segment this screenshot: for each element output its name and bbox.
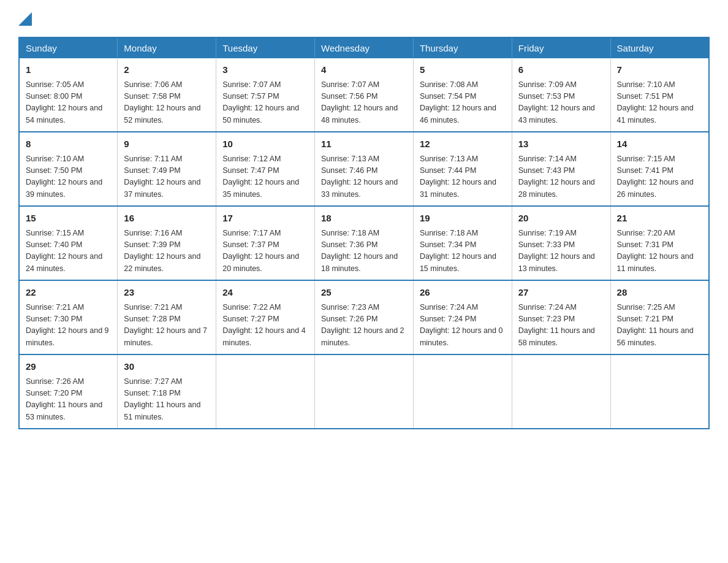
day-number: 19 bbox=[420, 212, 506, 226]
calendar-day-cell: 18Sunrise: 7:18 AMSunset: 7:36 PMDayligh… bbox=[315, 206, 414, 280]
day-number: 7 bbox=[617, 63, 702, 77]
day-number: 21 bbox=[617, 212, 702, 226]
calendar-day-cell: 29Sunrise: 7:26 AMSunset: 7:20 PMDayligh… bbox=[19, 354, 118, 429]
calendar-day-cell: 11Sunrise: 7:13 AMSunset: 7:46 PMDayligh… bbox=[315, 132, 414, 206]
day-info: Sunrise: 7:06 AMSunset: 7:58 PMDaylight:… bbox=[124, 79, 210, 127]
calendar-day-cell: 10Sunrise: 7:12 AMSunset: 7:47 PMDayligh… bbox=[216, 132, 315, 206]
calendar-header-row: SundayMondayTuesdayWednesdayThursdayFrid… bbox=[19, 37, 709, 58]
day-info: Sunrise: 7:07 AMSunset: 7:56 PMDaylight:… bbox=[321, 79, 407, 127]
day-info: Sunrise: 7:26 AMSunset: 7:20 PMDaylight:… bbox=[26, 376, 111, 424]
day-number: 11 bbox=[321, 137, 407, 151]
day-of-week-header: Tuesday bbox=[216, 37, 315, 58]
calendar-week-row: 29Sunrise: 7:26 AMSunset: 7:20 PMDayligh… bbox=[19, 354, 709, 429]
calendar-day-cell: 20Sunrise: 7:19 AMSunset: 7:33 PMDayligh… bbox=[512, 206, 610, 280]
calendar-day-cell: 6Sunrise: 7:09 AMSunset: 7:53 PMDaylight… bbox=[512, 58, 610, 132]
calendar-day-cell: 22Sunrise: 7:21 AMSunset: 7:30 PMDayligh… bbox=[19, 280, 118, 354]
day-info: Sunrise: 7:25 AMSunset: 7:21 PMDaylight:… bbox=[617, 302, 702, 350]
day-number: 29 bbox=[26, 360, 111, 374]
day-info: Sunrise: 7:13 AMSunset: 7:46 PMDaylight:… bbox=[321, 153, 407, 201]
day-number: 9 bbox=[124, 137, 210, 151]
calendar-day-cell bbox=[512, 354, 610, 429]
calendar-day-cell bbox=[216, 354, 315, 429]
day-number: 28 bbox=[617, 286, 702, 300]
calendar-table: SundayMondayTuesdayWednesdayThursdayFrid… bbox=[18, 37, 710, 429]
day-number: 12 bbox=[420, 137, 506, 151]
day-of-week-header: Monday bbox=[118, 37, 216, 58]
day-of-week-header: Wednesday bbox=[315, 37, 414, 58]
calendar-day-cell: 8Sunrise: 7:10 AMSunset: 7:50 PMDaylight… bbox=[19, 132, 118, 206]
day-number: 24 bbox=[222, 286, 308, 300]
day-info: Sunrise: 7:10 AMSunset: 7:50 PMDaylight:… bbox=[26, 153, 111, 201]
calendar-day-cell bbox=[610, 354, 709, 429]
day-info: Sunrise: 7:16 AMSunset: 7:39 PMDaylight:… bbox=[124, 228, 210, 275]
logo-icon bbox=[18, 12, 32, 26]
day-info: Sunrise: 7:13 AMSunset: 7:44 PMDaylight:… bbox=[420, 153, 506, 201]
calendar-day-cell: 30Sunrise: 7:27 AMSunset: 7:18 PMDayligh… bbox=[118, 354, 216, 429]
day-info: Sunrise: 7:24 AMSunset: 7:24 PMDaylight:… bbox=[420, 302, 506, 350]
day-info: Sunrise: 7:10 AMSunset: 7:51 PMDaylight:… bbox=[617, 79, 702, 127]
day-number: 4 bbox=[321, 63, 407, 77]
day-info: Sunrise: 7:21 AMSunset: 7:30 PMDaylight:… bbox=[26, 302, 111, 350]
day-number: 10 bbox=[222, 137, 308, 151]
day-info: Sunrise: 7:15 AMSunset: 7:40 PMDaylight:… bbox=[26, 228, 111, 275]
day-info: Sunrise: 7:23 AMSunset: 7:26 PMDaylight:… bbox=[321, 302, 407, 350]
calendar-day-cell: 19Sunrise: 7:18 AMSunset: 7:34 PMDayligh… bbox=[413, 206, 512, 280]
day-number: 20 bbox=[518, 212, 604, 226]
calendar-day-cell: 23Sunrise: 7:21 AMSunset: 7:28 PMDayligh… bbox=[118, 280, 216, 354]
day-info: Sunrise: 7:20 AMSunset: 7:31 PMDaylight:… bbox=[617, 228, 702, 275]
calendar-day-cell: 26Sunrise: 7:24 AMSunset: 7:24 PMDayligh… bbox=[413, 280, 512, 354]
day-info: Sunrise: 7:09 AMSunset: 7:53 PMDaylight:… bbox=[518, 79, 604, 127]
calendar-day-cell: 12Sunrise: 7:13 AMSunset: 7:44 PMDayligh… bbox=[413, 132, 512, 206]
calendar-day-cell: 2Sunrise: 7:06 AMSunset: 7:58 PMDaylight… bbox=[118, 58, 216, 132]
calendar-week-row: 22Sunrise: 7:21 AMSunset: 7:30 PMDayligh… bbox=[19, 280, 709, 354]
day-info: Sunrise: 7:12 AMSunset: 7:47 PMDaylight:… bbox=[222, 153, 308, 201]
calendar-week-row: 15Sunrise: 7:15 AMSunset: 7:40 PMDayligh… bbox=[19, 206, 709, 280]
day-number: 26 bbox=[420, 286, 506, 300]
day-info: Sunrise: 7:21 AMSunset: 7:28 PMDaylight:… bbox=[124, 302, 210, 350]
day-number: 15 bbox=[26, 212, 111, 226]
svg-marker-0 bbox=[18, 12, 32, 26]
day-info: Sunrise: 7:24 AMSunset: 7:23 PMDaylight:… bbox=[518, 302, 604, 350]
calendar-week-row: 1Sunrise: 7:05 AMSunset: 8:00 PMDaylight… bbox=[19, 58, 709, 132]
calendar-day-cell: 24Sunrise: 7:22 AMSunset: 7:27 PMDayligh… bbox=[216, 280, 315, 354]
day-number: 1 bbox=[26, 63, 111, 77]
calendar-day-cell: 3Sunrise: 7:07 AMSunset: 7:57 PMDaylight… bbox=[216, 58, 315, 132]
day-number: 5 bbox=[420, 63, 506, 77]
day-info: Sunrise: 7:18 AMSunset: 7:36 PMDaylight:… bbox=[321, 228, 407, 275]
calendar-day-cell: 27Sunrise: 7:24 AMSunset: 7:23 PMDayligh… bbox=[512, 280, 610, 354]
day-of-week-header: Saturday bbox=[610, 37, 709, 58]
calendar-day-cell bbox=[413, 354, 512, 429]
day-number: 22 bbox=[26, 286, 111, 300]
calendar-day-cell: 16Sunrise: 7:16 AMSunset: 7:39 PMDayligh… bbox=[118, 206, 216, 280]
calendar-day-cell: 5Sunrise: 7:08 AMSunset: 7:54 PMDaylight… bbox=[413, 58, 512, 132]
calendar-day-cell: 21Sunrise: 7:20 AMSunset: 7:31 PMDayligh… bbox=[610, 206, 709, 280]
calendar-day-cell: 28Sunrise: 7:25 AMSunset: 7:21 PMDayligh… bbox=[610, 280, 709, 354]
day-of-week-header: Thursday bbox=[413, 37, 512, 58]
day-info: Sunrise: 7:17 AMSunset: 7:37 PMDaylight:… bbox=[222, 228, 308, 275]
calendar-day-cell: 17Sunrise: 7:17 AMSunset: 7:37 PMDayligh… bbox=[216, 206, 315, 280]
calendar-week-row: 8Sunrise: 7:10 AMSunset: 7:50 PMDaylight… bbox=[19, 132, 709, 206]
day-number: 2 bbox=[124, 63, 210, 77]
day-of-week-header: Friday bbox=[512, 37, 610, 58]
day-number: 16 bbox=[124, 212, 210, 226]
calendar-day-cell: 1Sunrise: 7:05 AMSunset: 8:00 PMDaylight… bbox=[19, 58, 118, 132]
calendar-day-cell: 25Sunrise: 7:23 AMSunset: 7:26 PMDayligh… bbox=[315, 280, 414, 354]
day-info: Sunrise: 7:18 AMSunset: 7:34 PMDaylight:… bbox=[420, 228, 506, 275]
calendar-day-cell: 15Sunrise: 7:15 AMSunset: 7:40 PMDayligh… bbox=[19, 206, 118, 280]
calendar-day-cell: 14Sunrise: 7:15 AMSunset: 7:41 PMDayligh… bbox=[610, 132, 709, 206]
day-number: 8 bbox=[26, 137, 111, 151]
logo bbox=[18, 12, 32, 26]
day-number: 6 bbox=[518, 63, 604, 77]
day-number: 23 bbox=[124, 286, 210, 300]
day-info: Sunrise: 7:05 AMSunset: 8:00 PMDaylight:… bbox=[26, 79, 111, 127]
calendar-day-cell: 7Sunrise: 7:10 AMSunset: 7:51 PMDaylight… bbox=[610, 58, 709, 132]
day-info: Sunrise: 7:07 AMSunset: 7:57 PMDaylight:… bbox=[222, 79, 308, 127]
day-of-week-header: Sunday bbox=[19, 37, 118, 58]
day-number: 13 bbox=[518, 137, 604, 151]
day-info: Sunrise: 7:27 AMSunset: 7:18 PMDaylight:… bbox=[124, 376, 210, 424]
day-info: Sunrise: 7:11 AMSunset: 7:49 PMDaylight:… bbox=[124, 153, 210, 201]
day-info: Sunrise: 7:14 AMSunset: 7:43 PMDaylight:… bbox=[518, 153, 604, 201]
day-info: Sunrise: 7:15 AMSunset: 7:41 PMDaylight:… bbox=[617, 153, 702, 201]
day-info: Sunrise: 7:08 AMSunset: 7:54 PMDaylight:… bbox=[420, 79, 506, 127]
calendar-day-cell: 9Sunrise: 7:11 AMSunset: 7:49 PMDaylight… bbox=[118, 132, 216, 206]
